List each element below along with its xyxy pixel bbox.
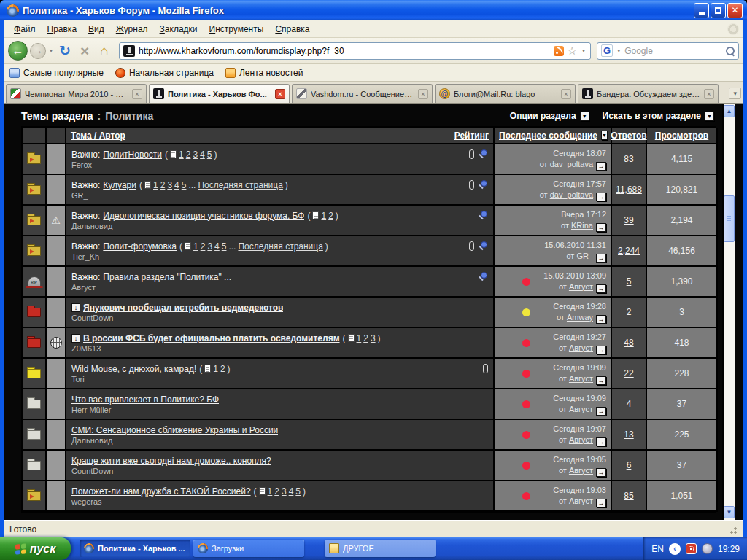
language-indicator[interactable]: EN [651,544,664,554]
replies-count[interactable]: 11,688 [616,184,642,195]
page-link[interactable]: 2 [201,241,206,252]
page-link[interactable]: 2 [160,180,166,190]
goto-last-post-icon[interactable] [596,284,606,293]
page-link[interactable]: 5 [222,241,227,252]
section-options-button[interactable]: Опции раздела [510,111,589,121]
replies-count[interactable]: 83 [624,154,633,164]
bookmark-star-icon[interactable]: ☆ [568,45,577,56]
page-link[interactable]: 5 [182,180,187,190]
browser-tab[interactable]: Политика - Харьков Фо... [149,84,290,103]
goto-last-post-icon[interactable] [596,376,606,385]
page-link[interactable]: 2 [186,149,191,160]
topic-link[interactable]: Краще жити вже сьогодні нам доможе.. кон… [71,456,271,466]
topic-link[interactable]: Wild Mouse, с днюхой, камрад! [71,364,196,374]
page-link[interactable]: 4 [289,486,294,497]
last-post-user[interactable]: GR_ [576,252,593,260]
page-link[interactable]: 4 [174,180,179,190]
last-post-user[interactable]: Август [569,466,593,475]
url-dropdown-icon[interactable]: ▾ [581,47,587,54]
last-post-user[interactable]: Август [569,282,593,291]
last-post-user[interactable]: Август [569,343,593,352]
last-post-user[interactable]: Август [569,435,593,444]
tray-collapse-icon[interactable]: ‹ [669,543,681,555]
goto-last-post-icon[interactable] [596,438,606,446]
browser-tab[interactable]: @ Блоги@Mail.Ru: blago [435,84,576,103]
bookmark-item[interactable]: Лента новостей [225,68,303,78]
topic-link[interactable]: СМИ: Сенсационное сближение Украины и Ро… [71,425,278,435]
topic-link[interactable]: ПолитНовости [103,149,162,160]
last-post-user[interactable]: KRina [571,221,593,230]
column-topic-author[interactable]: Тема / Автор [71,131,125,141]
scroll-up-icon[interactable]: ▲ [724,105,735,117]
tab-close-icon[interactable] [704,89,714,99]
rss-icon[interactable] [554,46,564,56]
last-post-user[interactable]: Август [569,497,593,505]
browser-tab[interactable]: Чемпионат Мира 2010 - Ар... [6,84,147,103]
last-post-user[interactable]: Август [569,374,593,383]
last-post-user[interactable]: dav_poltava [550,160,593,168]
page-link[interactable]: 1 [179,149,184,160]
taskbar-button[interactable]: Политика - Харьков ... [80,540,190,557]
column-rating[interactable]: Рейтинг [454,131,489,141]
page-link[interactable]: 3 [371,333,376,343]
topic-link[interactable]: Что вас привлекает в Политике? БФ [71,394,219,405]
back-button[interactable]: ← [8,41,28,61]
bookmark-item[interactable]: Самые популярные [9,68,104,78]
last-page-link[interactable]: Последняя страница [198,180,282,190]
replies-count[interactable]: 85 [624,491,633,501]
tab-close-icon[interactable] [561,89,571,99]
page-link[interactable]: 5 [295,486,301,497]
section-search-button[interactable]: Искать в этом разделе [603,111,714,121]
resize-grip[interactable] [727,524,738,534]
menu-item[interactable]: Файл [8,22,42,36]
goto-last-post-icon[interactable] [596,162,606,171]
last-post-user[interactable]: Amway [567,313,593,322]
page-link[interactable]: 3 [207,241,212,252]
forward-button[interactable]: → [30,43,46,59]
menu-item[interactable]: Вид [82,22,110,36]
last-post-user[interactable]: dav_poltava [550,190,593,199]
column-views[interactable]: Просмотров [655,131,708,141]
tab-close-icon[interactable] [418,89,428,99]
minimize-button[interactable] [694,3,709,18]
page-link[interactable]: 3 [167,180,172,190]
menu-item[interactable]: Инструменты [204,22,270,36]
goto-last-post-icon[interactable] [596,407,606,416]
page-link[interactable]: 1 [193,241,198,252]
page-link[interactable]: 2 [363,333,368,343]
browser-tab[interactable]: Vashdom.ru - Сообщение в... [292,84,433,103]
unread-arrow-icon[interactable] [71,303,80,312]
page-link[interactable]: 3 [193,149,198,160]
page-link[interactable]: 2 [328,211,333,221]
taskbar-button[interactable]: ДРУГОЕ [325,540,436,557]
replies-count[interactable]: 22 [624,368,633,378]
replies-count[interactable]: 48 [624,338,633,348]
page-link[interactable]: 1 [153,180,158,190]
goto-last-post-icon[interactable] [596,499,606,508]
menu-item[interactable]: Справка [269,22,315,36]
scrollbar-thumb[interactable] [724,195,735,242]
column-replies[interactable]: Ответов [611,131,646,141]
url-text[interactable]: http://www.kharkovforum.com/forumdisplay… [139,46,550,56]
vertical-scrollbar[interactable]: ▲ ▼ [722,104,735,520]
replies-count[interactable]: 4 [627,399,632,409]
menu-item[interactable]: Журнал [110,22,154,36]
goto-last-post-icon[interactable] [596,346,606,354]
tab-close-icon[interactable] [275,89,285,99]
replies-count[interactable]: 39 [624,215,633,225]
taskbar-button[interactable]: Загрузки [193,540,304,557]
home-button[interactable]: ⌂ [96,43,113,59]
browser-tab[interactable]: Бандера. Обсуждаем здес... [578,84,719,103]
goto-last-post-icon[interactable] [596,468,606,477]
replies-count[interactable]: 5 [627,276,632,287]
page-link[interactable]: 2 [220,364,225,374]
last-post-user[interactable]: Август [569,405,593,413]
start-button[interactable]: пуск [0,537,71,560]
topic-link[interactable]: Поможет-ли нам дружба с ТАКОЙ Россией? [71,486,251,497]
page-link[interactable]: 1 [268,486,273,497]
page-link[interactable]: 1 [213,364,218,374]
stop-button[interactable]: × [76,42,93,60]
search-icon[interactable] [725,46,735,55]
goto-last-post-icon[interactable] [596,254,606,262]
topic-link[interactable]: Янукович пообещал истребить ведмедекотов [83,303,283,313]
